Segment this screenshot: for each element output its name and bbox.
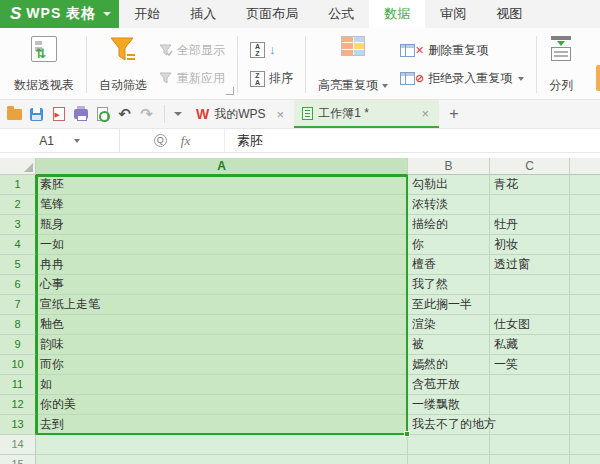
open-folder-icon[interactable] [6, 106, 23, 122]
pivot-table-button[interactable]: ⇅ 数据透视表 [8, 32, 80, 97]
cell-A6[interactable]: 心事 [36, 275, 408, 295]
cell-C10[interactable]: 一笑 [490, 355, 570, 375]
close-icon[interactable]: × [420, 106, 432, 121]
row-header-1[interactable]: 1 [0, 175, 36, 195]
cell-A15[interactable] [36, 455, 408, 464]
row-header-15[interactable]: 15 [0, 455, 36, 464]
cell-C2[interactable] [490, 195, 570, 215]
reapply-filter-button[interactable]: 重新应用 [155, 68, 229, 89]
delete-duplicates-button[interactable]: ✕ 删除重复项 [396, 40, 528, 61]
cell-D14[interactable] [570, 435, 600, 455]
dialog-launcher-icon[interactable] [226, 87, 234, 95]
cell-B1[interactable]: 勾勒出 [408, 175, 490, 195]
undo-icon[interactable]: ↶ [116, 106, 133, 122]
cell-A12[interactable]: 你的美 [36, 395, 408, 415]
row-header-4[interactable]: 4 [0, 235, 36, 255]
cell-A10[interactable]: 而你 [36, 355, 408, 375]
cell-D2[interactable] [570, 195, 600, 215]
sort-button[interactable]: ZA 排序 [246, 68, 297, 89]
row-header-6[interactable]: 6 [0, 275, 36, 295]
cell-A9[interactable]: 韵味 [36, 335, 408, 355]
new-tab-button[interactable]: + [439, 100, 468, 128]
cell-B9[interactable]: 被 [408, 335, 490, 355]
autofilter-button[interactable]: 自动筛选 [93, 32, 153, 97]
column-header-a[interactable]: A [36, 158, 408, 175]
cell-D10[interactable] [570, 355, 600, 375]
tab-formulas[interactable]: 公式 [313, 0, 369, 28]
wps-logo-button[interactable]: S WPS 表格 [0, 0, 119, 28]
cell-C14[interactable] [490, 435, 570, 455]
print-preview-icon[interactable] [94, 106, 111, 122]
row-header-14[interactable]: 14 [0, 435, 36, 455]
cell-B11[interactable]: 含苞开放 [408, 375, 490, 395]
cell-D4[interactable] [570, 235, 600, 255]
close-icon[interactable]: × [275, 107, 287, 122]
tab-data[interactable]: 数据 [369, 0, 425, 28]
cell-B14[interactable] [408, 435, 490, 455]
cell-D11[interactable] [570, 375, 600, 395]
tab-home[interactable]: 开始 [119, 0, 175, 28]
cell-A3[interactable]: 瓶身 [36, 215, 408, 235]
tab-insert[interactable]: 插入 [175, 0, 231, 28]
cell-D7[interactable] [570, 295, 600, 315]
column-header-d[interactable] [570, 158, 600, 175]
select-all-corner[interactable] [0, 158, 36, 175]
cell-B7[interactable]: 至此搁一半 [408, 295, 490, 315]
cell-B5[interactable]: 檀香 [408, 255, 490, 275]
cell-C4[interactable]: 初妆 [490, 235, 570, 255]
column-header-b[interactable]: B [408, 158, 490, 175]
reject-duplicate-entry-button[interactable]: ⊘ 拒绝录入重复项 [396, 68, 528, 89]
sort-ascending-button[interactable]: AZ ↓ [246, 40, 297, 60]
cell-B12[interactable]: 一缕飘散 [408, 395, 490, 415]
cell-A14[interactable] [36, 435, 408, 455]
cell-D9[interactable] [570, 335, 600, 355]
row-header-5[interactable]: 5 [0, 255, 36, 275]
insert-function-icon[interactable]: fx [181, 133, 190, 149]
cell-C1[interactable]: 青花 [490, 175, 570, 195]
cell-B8[interactable]: 渲染 [408, 315, 490, 335]
name-box[interactable]: A1 [0, 129, 120, 152]
doc-tab-my-wps[interactable]: W 我的WPS × [188, 100, 294, 128]
cell-A5[interactable]: 冉冉 [36, 255, 408, 275]
print-icon[interactable] [72, 106, 89, 122]
cell-A13[interactable]: 去到 [36, 415, 408, 435]
cell-B6[interactable]: 我了然 [408, 275, 490, 295]
cell-C9[interactable]: 私藏 [490, 335, 570, 355]
formula-input[interactable]: 素胚 [225, 129, 600, 152]
row-header-13[interactable]: 13 [0, 415, 36, 435]
cell-A8[interactable]: 釉色 [36, 315, 408, 335]
cell-B13[interactable]: 我去不了的地方 [408, 415, 490, 435]
row-header-7[interactable]: 7 [0, 295, 36, 315]
row-header-8[interactable]: 8 [0, 315, 36, 335]
cell-C11[interactable] [490, 375, 570, 395]
cell-D13[interactable] [570, 415, 600, 435]
row-header-9[interactable]: 9 [0, 335, 36, 355]
save-icon[interactable] [28, 106, 45, 122]
cell-B3[interactable]: 描绘的 [408, 215, 490, 235]
cell-D12[interactable] [570, 395, 600, 415]
cell-C13[interactable] [490, 415, 570, 435]
doc-tab-workbook1[interactable]: 工作簿1 * × [294, 100, 439, 128]
cell-B4[interactable]: 你 [408, 235, 490, 255]
toolbar-dropdown-icon[interactable] [174, 112, 182, 116]
row-header-2[interactable]: 2 [0, 195, 36, 215]
cell-D3[interactable] [570, 215, 600, 235]
show-all-button[interactable]: 全部显示 [155, 40, 229, 61]
cell-C12[interactable] [490, 395, 570, 415]
cell-A11[interactable]: 如 [36, 375, 408, 395]
cell-C3[interactable]: 牡丹 [490, 215, 570, 235]
search-icon[interactable]: Q [154, 134, 167, 147]
column-header-c[interactable]: C [490, 158, 570, 175]
row-header-10[interactable]: 10 [0, 355, 36, 375]
tab-view[interactable]: 视图 [481, 0, 537, 28]
row-header-3[interactable]: 3 [0, 215, 36, 235]
cell-A2[interactable]: 笔锋 [36, 195, 408, 215]
highlight-duplicates-button[interactable]: 高亮重复项 [312, 32, 394, 97]
cell-A4[interactable]: 一如 [36, 235, 408, 255]
cell-B15[interactable] [408, 455, 490, 464]
cell-D15[interactable] [570, 455, 600, 464]
export-pdf-icon[interactable] [50, 106, 67, 122]
cell-C6[interactable] [490, 275, 570, 295]
text-to-columns-button[interactable]: 分列 [543, 32, 579, 97]
tab-review[interactable]: 审阅 [425, 0, 481, 28]
